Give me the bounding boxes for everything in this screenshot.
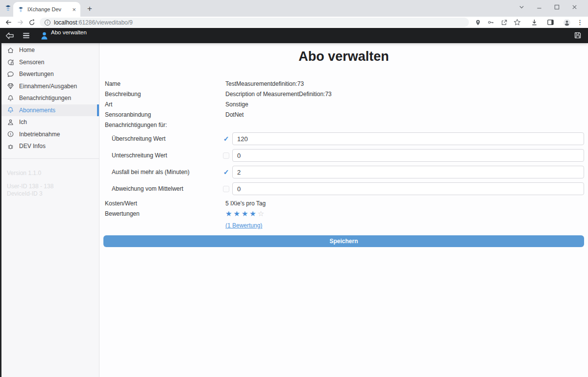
star-icon: ★ <box>242 210 248 217</box>
field-row-sensoranbindung: Sensoranbindung DotNet <box>103 109 584 120</box>
notify-row-ausfall: Ausfall bei mehr als (Minuten) ✓ <box>103 166 584 178</box>
reload-button[interactable] <box>28 19 35 26</box>
minimize-button[interactable] <box>530 1 548 13</box>
window-app-icon <box>4 4 12 12</box>
svg-text:1: 1 <box>10 132 12 136</box>
sidebar-item-home[interactable]: Home <box>0 44 99 56</box>
browser-tab[interactable]: IXchange Dev × <box>13 2 80 17</box>
url-host: localhost <box>54 19 77 26</box>
sidebar-item-label: Sensoren <box>19 59 44 66</box>
url-text: localhost:61286/vieweditabo/9 <box>54 19 133 26</box>
favicon-icon <box>18 6 24 13</box>
cost-value: 5 IXie's pro Tag <box>225 200 584 207</box>
field-row-name: Name TestMeasurementdefinition:73 <box>103 78 584 89</box>
notify-input-ausfall[interactable] <box>232 166 584 178</box>
sidebar-item-label: Abonnements <box>19 107 55 114</box>
sidebar-item-inbetriebnahme[interactable]: 1 Inbetriebnahme <box>0 128 99 141</box>
sidebar-item-abonnements[interactable]: Abonnements <box>0 104 99 117</box>
field-value: Description of MeasurementDefinition:73 <box>225 91 584 98</box>
field-label: Name <box>103 80 225 87</box>
field-value: DotNet <box>225 111 584 118</box>
field-row-beschreibung: Beschreibung Description of MeasurementD… <box>103 89 584 99</box>
notify-checkbox-ueberschreitung[interactable]: ✓ <box>222 135 230 143</box>
app-header: Abo verwalten <box>0 28 588 43</box>
tab-close-icon[interactable]: × <box>72 6 76 13</box>
sidebar-item-label: Einnahmen/Ausgaben <box>19 83 77 90</box>
main-panel: Abo verwalten Name TestMeasurementdefini… <box>99 43 588 377</box>
sidebar-item-einnahmen-ausgaben[interactable]: Einnahmen/Ausgaben <box>0 80 99 93</box>
rating-link-row: (1 Bewertung) <box>103 222 584 229</box>
app-user-icon[interactable] <box>40 31 49 40</box>
password-key-icon[interactable] <box>487 19 494 25</box>
back-button[interactable] <box>5 19 12 26</box>
site-info-icon[interactable]: i <box>45 20 50 25</box>
tab-search-chevron-icon[interactable] <box>513 1 530 13</box>
sidebar-item-label: Ich <box>19 119 27 126</box>
tab-strip: IXchange Dev × + <box>0 0 588 17</box>
close-window-button[interactable] <box>565 1 583 13</box>
sidebar-item-label: Benachrichtigungen <box>19 95 71 101</box>
notify-label: Überschreitung Wert <box>103 135 222 142</box>
url-bar[interactable]: i localhost:61286/vieweditabo/9 <box>40 18 469 27</box>
rating-link[interactable]: (1 Bewertung) <box>225 222 262 229</box>
side-panel-icon[interactable] <box>547 19 554 26</box>
page-title: Abo verwalten <box>103 49 584 64</box>
notify-label: Abweichung vom Mittelwert <box>103 185 222 192</box>
rating-row: Bewertungen ★ ★ ★ ★ ☆ <box>103 208 584 219</box>
maximize-button[interactable] <box>548 1 565 13</box>
notify-input-ueberschreitung[interactable] <box>232 132 584 145</box>
left-edge-strip <box>0 43 1 377</box>
notify-checkbox-ausfall[interactable]: ✓ <box>222 169 230 176</box>
star-icon: ★ <box>249 210 256 217</box>
download-icon[interactable] <box>531 19 538 26</box>
notify-checkbox-abweichung[interactable] <box>223 186 229 192</box>
save-button[interactable]: Speichern <box>103 235 584 247</box>
sidebar-item-ich[interactable]: Ich <box>0 116 99 128</box>
app-menu-icon[interactable] <box>23 33 29 38</box>
field-label: Sensoranbindung <box>103 111 225 118</box>
user-id-text: User-ID 138 - 138 <box>7 183 99 190</box>
star-icon: ☆ <box>258 210 264 217</box>
rating-label: Bewertungen <box>103 210 225 217</box>
sidebar-item-sensoren[interactable]: Sensoren <box>0 56 99 69</box>
field-label: Art <box>103 101 225 108</box>
rating-stars: ★ ★ ★ ★ ☆ <box>225 210 264 217</box>
notify-row-abweichung: Abweichung vom Mittelwert <box>103 182 584 195</box>
star-icon: ★ <box>225 210 232 217</box>
notify-input-unterschreitung[interactable] <box>232 149 584 162</box>
menu-kebab-icon[interactable]: ⋮ <box>577 19 583 26</box>
profile-avatar[interactable] <box>563 19 571 26</box>
save-disk-icon[interactable] <box>574 31 582 39</box>
sidebar-item-label: Home <box>19 47 35 53</box>
sidebar-item-bewertungen[interactable]: Bewertungen <box>0 68 99 80</box>
notifications-heading-row: Benachrichtigungen für: <box>103 120 584 130</box>
notify-row-unterschreitung: Unterschreitung Wert <box>103 149 584 162</box>
sidebar-item-benachrichtigungen[interactable]: Benachrichtigungen <box>0 92 99 104</box>
field-row-art: Art Sonstige <box>103 99 584 109</box>
version-text: Version 1.1.0 <box>7 170 99 176</box>
notify-label: Ausfall bei mehr als (Minuten) <box>103 169 222 176</box>
new-tab-button[interactable]: + <box>87 4 92 14</box>
notify-input-abweichung[interactable] <box>232 182 584 195</box>
sidebar-item-dev-infos[interactable]: DEV Infos <box>0 140 99 152</box>
field-value: TestMeasurementdefinition:73 <box>225 80 584 87</box>
tab-title: IXchange Dev <box>27 6 69 12</box>
cost-label: Kosten/Wert <box>103 200 225 207</box>
forward-button[interactable] <box>17 19 24 26</box>
sidebar-item-label: Bewertungen <box>19 71 54 77</box>
star-icon: ★ <box>233 210 240 217</box>
bookmark-star-icon[interactable] <box>514 19 521 26</box>
share-icon[interactable] <box>500 19 508 26</box>
app-title: Abo verwalten <box>51 29 87 35</box>
url-path: :61286/vieweditabo/9 <box>77 19 132 26</box>
cost-row: Kosten/Wert 5 IXie's pro Tag <box>103 198 584 208</box>
sidebar-item-label: DEV Infos <box>19 143 46 150</box>
app-back-icon[interactable] <box>5 32 15 40</box>
field-label: Beschreibung <box>103 91 225 98</box>
notifications-heading: Benachrichtigungen für: <box>103 122 225 128</box>
location-pin-icon[interactable] <box>475 19 481 26</box>
notify-checkbox-unterschreitung[interactable] <box>223 152 229 159</box>
abo-form: Name TestMeasurementdefinition:73 Beschr… <box>103 78 584 247</box>
browser-toolbar: i localhost:61286/vieweditabo/9 <box>0 17 588 28</box>
notify-label: Unterschreitung Wert <box>103 152 222 159</box>
